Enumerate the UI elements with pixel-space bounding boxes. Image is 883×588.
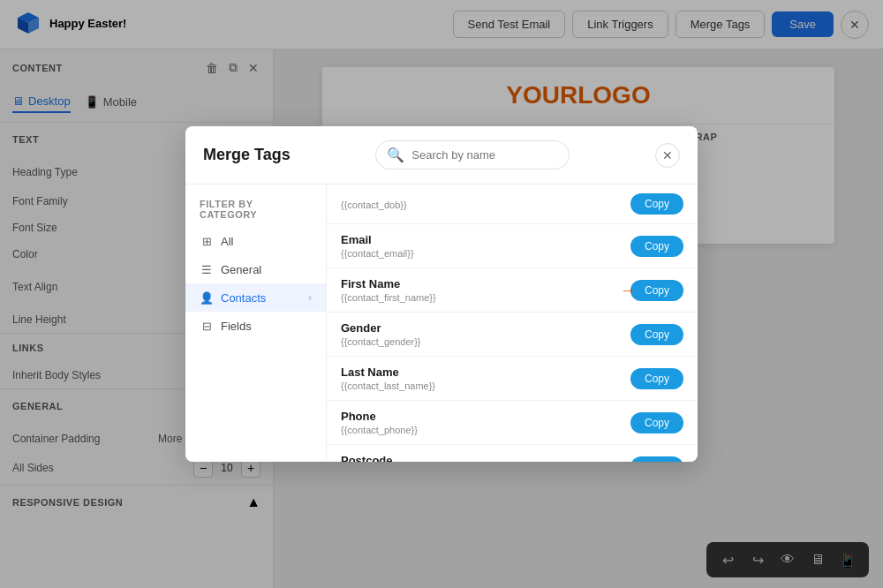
- modal-overlay[interactable]: Merge Tags 🔍 ✕ Filter By Category ⊞ All …: [0, 0, 883, 588]
- sidebar-item-fields[interactable]: ⊟ Fields: [185, 312, 326, 340]
- modal-body: Filter By Category ⊞ All ☰ General 👤 Con…: [185, 185, 698, 462]
- arrow-indicator: →: [620, 281, 636, 299]
- dob-code: {{contact_dob}}: [341, 200, 407, 210]
- merge-tag-info-dob: {{contact_dob}}: [341, 198, 407, 210]
- copy-gender-button[interactable]: Copy: [630, 324, 683, 345]
- sidebar-item-all[interactable]: ⊞ All: [185, 227, 326, 255]
- merge-tag-row-gender: Gender {{contact_gender}} Copy: [327, 313, 698, 357]
- modal-search-container: 🔍: [375, 140, 570, 170]
- copy-last-name-button[interactable]: Copy: [630, 368, 683, 389]
- merge-tag-row-first-name: First Name {{contact_first_name}} → Copy: [327, 268, 698, 313]
- modal-title: Merge Tags: [203, 146, 291, 164]
- general-icon: ☰: [200, 262, 214, 276]
- copy-email-button[interactable]: Copy: [630, 236, 683, 257]
- filter-label: Filter By Category: [185, 195, 326, 227]
- merge-tag-info-email: Email {{contact_email}}: [341, 233, 414, 259]
- fields-icon: ⊟: [200, 319, 214, 333]
- merge-tag-row-phone: Phone {{contact_phone}} Copy: [327, 401, 698, 445]
- copy-first-name-button[interactable]: Copy: [630, 280, 683, 301]
- copy-phone-button[interactable]: Copy: [630, 412, 683, 433]
- sidebar-item-general[interactable]: ☰ General: [185, 255, 326, 283]
- merge-tags-modal: Merge Tags 🔍 ✕ Filter By Category ⊞ All …: [185, 126, 698, 462]
- modal-sidebar: Filter By Category ⊞ All ☰ General 👤 Con…: [185, 185, 327, 462]
- copy-dob-button[interactable]: Copy: [630, 193, 683, 215]
- merge-tag-row-last-name: Last Name {{contact_last_name}} Copy: [327, 357, 698, 401]
- merge-tag-row-postcode: Postcode {{contact_postcode}} Copy: [327, 445, 698, 462]
- search-icon: 🔍: [387, 147, 404, 163]
- modal-header: Merge Tags 🔍 ✕: [185, 126, 698, 185]
- merge-tag-info-gender: Gender {{contact_gender}}: [341, 321, 421, 347]
- all-icon: ⊞: [200, 234, 214, 248]
- merge-tags-list: {{contact_dob}} Copy Email {{contact_ema…: [327, 185, 698, 462]
- search-input[interactable]: [411, 148, 558, 162]
- sidebar-item-contacts[interactable]: 👤 Contacts ›: [185, 283, 326, 312]
- contacts-icon: 👤: [200, 290, 214, 305]
- merge-tag-info-phone: Phone {{contact_phone}}: [341, 410, 418, 435]
- merge-tag-info-postcode: Postcode {{contact_postcode}}: [341, 454, 430, 462]
- merge-tag-info-last-name: Last Name {{contact_last_name}}: [341, 366, 435, 391]
- merge-tag-row-email: Email {{contact_email}} Copy: [327, 224, 698, 268]
- copy-postcode-button[interactable]: Copy: [630, 456, 683, 463]
- merge-tag-row-dob: {{contact_dob}} Copy: [327, 185, 698, 224]
- chevron-right-icon: ›: [308, 291, 312, 304]
- modal-close-button[interactable]: ✕: [655, 143, 680, 168]
- merge-tag-info-first-name: First Name {{contact_first_name}}: [341, 277, 436, 303]
